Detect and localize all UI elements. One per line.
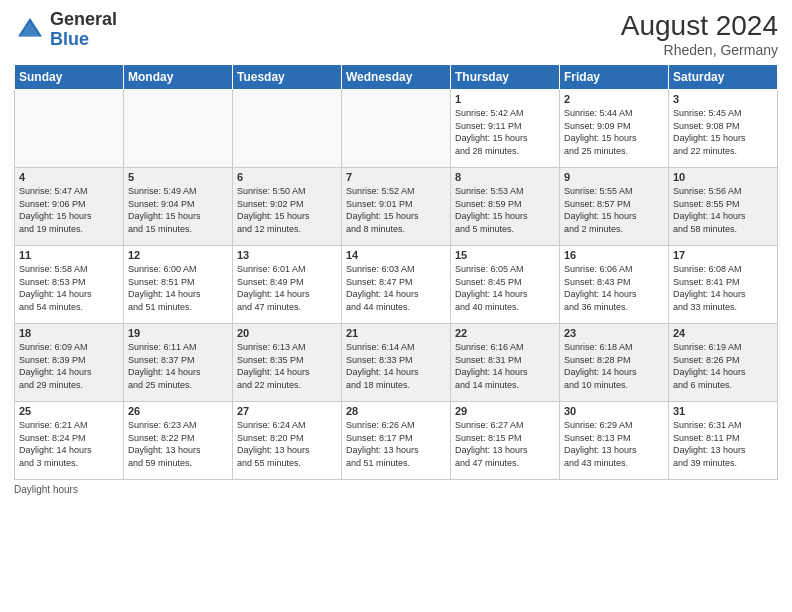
calendar-cell: 20Sunrise: 6:13 AM Sunset: 8:35 PM Dayli… [233,324,342,402]
calendar-cell: 18Sunrise: 6:09 AM Sunset: 8:39 PM Dayli… [15,324,124,402]
calendar-cell: 9Sunrise: 5:55 AM Sunset: 8:57 PM Daylig… [560,168,669,246]
day-number: 13 [237,249,337,261]
calendar-week-row: 25Sunrise: 6:21 AM Sunset: 8:24 PM Dayli… [15,402,778,480]
day-info: Sunrise: 5:42 AM Sunset: 9:11 PM Dayligh… [455,107,555,157]
day-info: Sunrise: 5:45 AM Sunset: 9:08 PM Dayligh… [673,107,773,157]
calendar-cell: 3Sunrise: 5:45 AM Sunset: 9:08 PM Daylig… [669,90,778,168]
day-number: 5 [128,171,228,183]
day-number: 12 [128,249,228,261]
calendar-table: SundayMondayTuesdayWednesdayThursdayFrid… [14,64,778,480]
calendar-cell: 7Sunrise: 5:52 AM Sunset: 9:01 PM Daylig… [342,168,451,246]
day-info: Sunrise: 5:52 AM Sunset: 9:01 PM Dayligh… [346,185,446,235]
calendar-day-header: Wednesday [342,65,451,90]
day-number: 2 [564,93,664,105]
day-info: Sunrise: 6:19 AM Sunset: 8:26 PM Dayligh… [673,341,773,391]
month-year-title: August 2024 [621,10,778,42]
day-info: Sunrise: 6:06 AM Sunset: 8:43 PM Dayligh… [564,263,664,313]
day-number: 1 [455,93,555,105]
calendar-day-header: Sunday [15,65,124,90]
calendar-cell: 27Sunrise: 6:24 AM Sunset: 8:20 PM Dayli… [233,402,342,480]
day-info: Sunrise: 5:49 AM Sunset: 9:04 PM Dayligh… [128,185,228,235]
calendar-day-header: Saturday [669,65,778,90]
day-number: 14 [346,249,446,261]
calendar-day-header: Thursday [451,65,560,90]
day-number: 16 [564,249,664,261]
day-number: 28 [346,405,446,417]
day-info: Sunrise: 6:21 AM Sunset: 8:24 PM Dayligh… [19,419,119,469]
day-info: Sunrise: 6:26 AM Sunset: 8:17 PM Dayligh… [346,419,446,469]
day-info: Sunrise: 5:44 AM Sunset: 9:09 PM Dayligh… [564,107,664,157]
location-title: Rheden, Germany [621,42,778,58]
day-number: 15 [455,249,555,261]
day-number: 11 [19,249,119,261]
calendar-cell: 5Sunrise: 5:49 AM Sunset: 9:04 PM Daylig… [124,168,233,246]
day-info: Sunrise: 6:01 AM Sunset: 8:49 PM Dayligh… [237,263,337,313]
calendar-cell: 14Sunrise: 6:03 AM Sunset: 8:47 PM Dayli… [342,246,451,324]
day-info: Sunrise: 6:23 AM Sunset: 8:22 PM Dayligh… [128,419,228,469]
calendar-cell: 8Sunrise: 5:53 AM Sunset: 8:59 PM Daylig… [451,168,560,246]
calendar-cell: 19Sunrise: 6:11 AM Sunset: 8:37 PM Dayli… [124,324,233,402]
calendar-day-header: Tuesday [233,65,342,90]
day-number: 27 [237,405,337,417]
calendar-cell: 10Sunrise: 5:56 AM Sunset: 8:55 PM Dayli… [669,168,778,246]
day-number: 3 [673,93,773,105]
calendar-cell [15,90,124,168]
logo-general: General [50,9,117,29]
page-container: General Blue August 2024 Rheden, Germany… [0,0,792,612]
day-number: 21 [346,327,446,339]
calendar-cell: 16Sunrise: 6:06 AM Sunset: 8:43 PM Dayli… [560,246,669,324]
day-number: 23 [564,327,664,339]
logo-text: General Blue [50,10,117,50]
calendar-day-header: Friday [560,65,669,90]
footer-note: Daylight hours [14,484,778,495]
day-info: Sunrise: 6:27 AM Sunset: 8:15 PM Dayligh… [455,419,555,469]
title-block: August 2024 Rheden, Germany [621,10,778,58]
day-info: Sunrise: 6:24 AM Sunset: 8:20 PM Dayligh… [237,419,337,469]
day-number: 18 [19,327,119,339]
calendar-cell: 23Sunrise: 6:18 AM Sunset: 8:28 PM Dayli… [560,324,669,402]
day-number: 10 [673,171,773,183]
calendar-cell: 26Sunrise: 6:23 AM Sunset: 8:22 PM Dayli… [124,402,233,480]
calendar-cell [124,90,233,168]
calendar-cell: 13Sunrise: 6:01 AM Sunset: 8:49 PM Dayli… [233,246,342,324]
calendar-cell: 29Sunrise: 6:27 AM Sunset: 8:15 PM Dayli… [451,402,560,480]
day-info: Sunrise: 6:08 AM Sunset: 8:41 PM Dayligh… [673,263,773,313]
day-number: 9 [564,171,664,183]
day-number: 17 [673,249,773,261]
calendar-header-row: SundayMondayTuesdayWednesdayThursdayFrid… [15,65,778,90]
day-info: Sunrise: 5:53 AM Sunset: 8:59 PM Dayligh… [455,185,555,235]
day-number: 31 [673,405,773,417]
day-info: Sunrise: 6:05 AM Sunset: 8:45 PM Dayligh… [455,263,555,313]
day-info: Sunrise: 6:03 AM Sunset: 8:47 PM Dayligh… [346,263,446,313]
day-number: 20 [237,327,337,339]
calendar-cell: 12Sunrise: 6:00 AM Sunset: 8:51 PM Dayli… [124,246,233,324]
day-info: Sunrise: 5:55 AM Sunset: 8:57 PM Dayligh… [564,185,664,235]
logo: General Blue [14,10,117,50]
calendar-cell: 4Sunrise: 5:47 AM Sunset: 9:06 PM Daylig… [15,168,124,246]
calendar-cell: 31Sunrise: 6:31 AM Sunset: 8:11 PM Dayli… [669,402,778,480]
day-info: Sunrise: 5:50 AM Sunset: 9:02 PM Dayligh… [237,185,337,235]
calendar-week-row: 4Sunrise: 5:47 AM Sunset: 9:06 PM Daylig… [15,168,778,246]
day-number: 6 [237,171,337,183]
day-info: Sunrise: 6:13 AM Sunset: 8:35 PM Dayligh… [237,341,337,391]
calendar-week-row: 11Sunrise: 5:58 AM Sunset: 8:53 PM Dayli… [15,246,778,324]
calendar-cell: 22Sunrise: 6:16 AM Sunset: 8:31 PM Dayli… [451,324,560,402]
logo-icon [14,14,46,46]
calendar-cell: 6Sunrise: 5:50 AM Sunset: 9:02 PM Daylig… [233,168,342,246]
calendar-week-row: 1Sunrise: 5:42 AM Sunset: 9:11 PM Daylig… [15,90,778,168]
calendar-cell: 28Sunrise: 6:26 AM Sunset: 8:17 PM Dayli… [342,402,451,480]
calendar-cell: 25Sunrise: 6:21 AM Sunset: 8:24 PM Dayli… [15,402,124,480]
day-number: 25 [19,405,119,417]
day-info: Sunrise: 6:29 AM Sunset: 8:13 PM Dayligh… [564,419,664,469]
calendar-cell: 2Sunrise: 5:44 AM Sunset: 9:09 PM Daylig… [560,90,669,168]
calendar-cell: 11Sunrise: 5:58 AM Sunset: 8:53 PM Dayli… [15,246,124,324]
calendar-cell: 24Sunrise: 6:19 AM Sunset: 8:26 PM Dayli… [669,324,778,402]
day-number: 26 [128,405,228,417]
day-info: Sunrise: 5:58 AM Sunset: 8:53 PM Dayligh… [19,263,119,313]
logo-blue: Blue [50,29,89,49]
day-number: 29 [455,405,555,417]
calendar-cell: 17Sunrise: 6:08 AM Sunset: 8:41 PM Dayli… [669,246,778,324]
day-info: Sunrise: 6:18 AM Sunset: 8:28 PM Dayligh… [564,341,664,391]
day-number: 4 [19,171,119,183]
day-info: Sunrise: 6:16 AM Sunset: 8:31 PM Dayligh… [455,341,555,391]
